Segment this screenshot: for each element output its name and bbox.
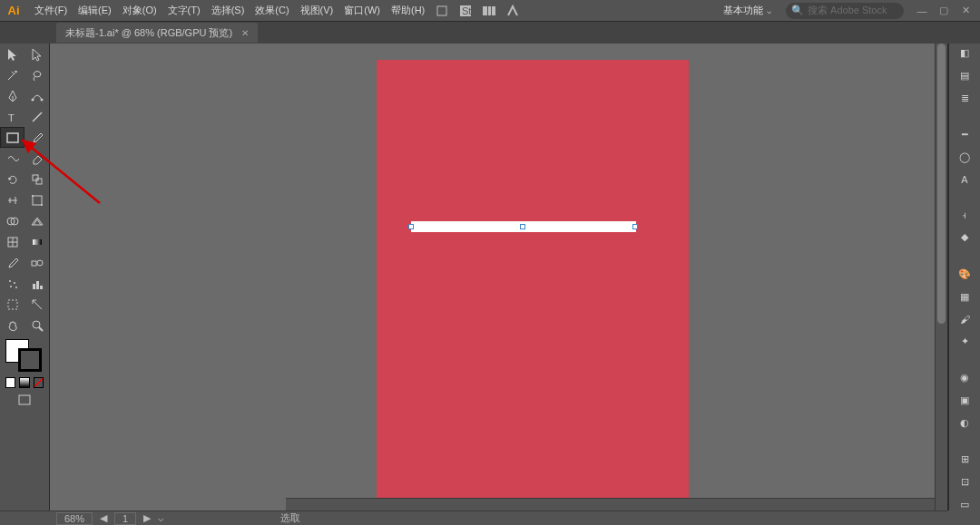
arrange-icon[interactable] bbox=[479, 3, 499, 19]
gradient-tool[interactable] bbox=[25, 232, 48, 251]
color-mode-swatches[interactable] bbox=[0, 375, 49, 390]
eyedropper-tool[interactable] bbox=[1, 253, 24, 272]
column-graph-tool[interactable] bbox=[25, 274, 48, 293]
lasso-tool[interactable] bbox=[25, 65, 48, 84]
svg-rect-30 bbox=[36, 281, 39, 289]
transparency-icon[interactable]: ◐ bbox=[955, 417, 975, 429]
page-prev[interactable]: ◀ bbox=[100, 512, 107, 524]
menu-help[interactable]: 帮助(H) bbox=[386, 0, 430, 21]
document-tabbar: 未标题-1.ai* @ 68% (RGB/GPU 预览) ✕ bbox=[0, 22, 980, 44]
slice-tool[interactable] bbox=[25, 295, 48, 314]
swatches-icon[interactable]: ▦ bbox=[955, 291, 975, 303]
libraries-icon[interactable]: ▤ bbox=[955, 70, 975, 82]
menu-text[interactable]: 文字(T) bbox=[162, 0, 206, 21]
artboards-icon[interactable]: ▭ bbox=[955, 499, 975, 510]
mesh-tool[interactable] bbox=[1, 232, 24, 251]
navigator-icon[interactable]: ⊡ bbox=[955, 476, 975, 488]
circle-icon[interactable]: ◯ bbox=[955, 151, 975, 163]
svg-point-15 bbox=[32, 195, 34, 197]
symbols-icon[interactable]: ✦ bbox=[955, 335, 975, 347]
vertical-scrollbar[interactable] bbox=[935, 44, 947, 510]
appearance-icon[interactable]: ◉ bbox=[955, 372, 975, 384]
menu-edit[interactable]: 编辑(E) bbox=[73, 0, 117, 21]
page-next[interactable]: ▶ bbox=[143, 512, 151, 524]
canvas[interactable] bbox=[50, 44, 947, 510]
pen-tool[interactable] bbox=[1, 86, 24, 105]
screen-mode[interactable] bbox=[0, 390, 49, 410]
pages-menu[interactable]: ⌵ bbox=[158, 512, 164, 524]
brushes-icon[interactable]: 🖌 bbox=[955, 314, 975, 325]
text-tool[interactable]: T bbox=[1, 107, 24, 126]
free-transform-tool[interactable] bbox=[25, 190, 48, 209]
selection-tool[interactable] bbox=[1, 44, 24, 63]
pathfinder-icon[interactable]: ◆ bbox=[955, 231, 975, 243]
page-number[interactable]: 1 bbox=[114, 512, 136, 525]
zoom-level[interactable]: 68% bbox=[56, 512, 93, 525]
horizontal-scrollbar[interactable] bbox=[286, 498, 935, 510]
curvature-tool[interactable] bbox=[25, 86, 48, 105]
blend-tool[interactable] bbox=[25, 253, 48, 272]
align-icon[interactable]: ⫞ bbox=[955, 209, 975, 220]
svg-rect-31 bbox=[40, 286, 43, 289]
workspace-switcher[interactable]: 基本功能⌵ bbox=[716, 4, 779, 17]
svg-text:St: St bbox=[462, 5, 471, 16]
fill-stroke-swatch[interactable] bbox=[5, 339, 44, 372]
bridge-icon[interactable] bbox=[432, 3, 452, 19]
selection-handle[interactable] bbox=[632, 224, 638, 229]
artboard[interactable] bbox=[377, 60, 689, 501]
selection-handle[interactable] bbox=[520, 224, 525, 229]
svg-point-26 bbox=[14, 282, 15, 284]
app-logo: Ai bbox=[4, 3, 24, 19]
menu-view[interactable]: 视图(V) bbox=[295, 0, 339, 21]
rectangle-tool[interactable] bbox=[1, 128, 24, 147]
menu-object[interactable]: 对象(O) bbox=[117, 0, 162, 21]
svg-rect-14 bbox=[33, 196, 42, 205]
menu-select[interactable]: 选择(S) bbox=[206, 0, 250, 21]
width-tool[interactable] bbox=[1, 190, 24, 209]
rotate-tool[interactable] bbox=[1, 170, 24, 189]
window-minimize[interactable]: — bbox=[913, 4, 931, 18]
layers-icon[interactable]: ◧ bbox=[955, 47, 975, 59]
svg-point-8 bbox=[40, 98, 43, 101]
text-icon[interactable]: A bbox=[955, 174, 975, 185]
paintbrush-tool[interactable] bbox=[25, 128, 48, 147]
svg-line-10 bbox=[33, 112, 42, 122]
direct-selection-tool[interactable] bbox=[25, 44, 48, 63]
selection-handle[interactable] bbox=[408, 224, 414, 229]
line-tool[interactable] bbox=[25, 107, 48, 126]
menubar: Ai 文件(F) 编辑(E) 对象(O) 文字(T) 选择(S) 效果(C) 视… bbox=[0, 0, 980, 22]
svg-rect-0 bbox=[437, 6, 446, 15]
properties-icon[interactable]: ≣ bbox=[955, 92, 975, 104]
gpu-icon[interactable] bbox=[503, 3, 523, 19]
zoom-tool[interactable] bbox=[25, 316, 48, 335]
window-maximize[interactable]: ▢ bbox=[935, 4, 953, 18]
toolbox: T bbox=[0, 44, 50, 510]
menu-file[interactable]: 文件(F) bbox=[29, 0, 73, 21]
svg-rect-12 bbox=[33, 175, 38, 180]
shaper-tool[interactable] bbox=[1, 149, 24, 168]
tab-close-icon[interactable]: ✕ bbox=[241, 28, 249, 38]
graphic-styles-icon[interactable]: ▣ bbox=[955, 394, 975, 406]
perspective-grid-tool[interactable] bbox=[25, 211, 48, 230]
svg-point-16 bbox=[41, 204, 43, 206]
symbol-sprayer-tool[interactable] bbox=[1, 274, 24, 293]
info-icon[interactable]: ⊞ bbox=[955, 453, 975, 465]
svg-rect-35 bbox=[19, 395, 30, 404]
search-input[interactable]: 🔍搜索 Adobe Stock bbox=[786, 3, 904, 19]
svg-rect-5 bbox=[492, 6, 495, 15]
menu-effect[interactable]: 效果(C) bbox=[250, 0, 294, 21]
menu-window[interactable]: 窗口(W) bbox=[338, 0, 386, 21]
shape-builder-tool[interactable] bbox=[1, 211, 24, 230]
artboard-tool[interactable] bbox=[1, 295, 24, 314]
tab-title: 未标题-1.ai* @ 68% (RGB/GPU 预览) bbox=[65, 26, 232, 40]
stroke-icon[interactable]: ━ bbox=[955, 129, 975, 141]
status-label: 选取 bbox=[280, 511, 300, 525]
color-icon[interactable]: 🎨 bbox=[955, 268, 975, 280]
hand-tool[interactable] bbox=[1, 316, 24, 335]
stock-icon[interactable]: St bbox=[456, 3, 475, 19]
scale-tool[interactable] bbox=[25, 170, 48, 189]
window-close[interactable]: ✕ bbox=[956, 4, 975, 18]
magic-wand-tool[interactable] bbox=[1, 65, 24, 84]
eraser-tool[interactable] bbox=[25, 149, 48, 168]
document-tab[interactable]: 未标题-1.ai* @ 68% (RGB/GPU 预览) ✕ bbox=[56, 23, 258, 43]
